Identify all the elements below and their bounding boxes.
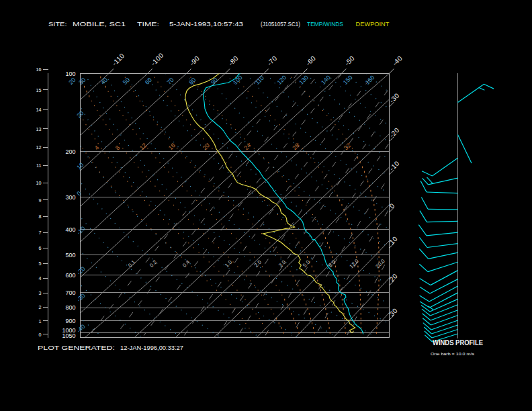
svg-text:13: 13	[36, 126, 42, 132]
svg-text:12: 12	[36, 144, 42, 150]
svg-text:2: 2	[39, 304, 42, 310]
svg-text:(J1051057.SC1): (J1051057.SC1)	[261, 20, 300, 28]
svg-text:One barb = 10.0 m/s: One barb = 10.0 m/s	[431, 352, 474, 356]
svg-text:WINDS PROFILE: WINDS PROFILE	[433, 339, 483, 347]
svg-text:16: 16	[36, 66, 42, 73]
svg-text:PLOT GENERATED:: PLOT GENERATED:	[38, 344, 115, 351]
svg-text:11: 11	[36, 163, 41, 169]
svg-text:12-JAN-1996,00:33:27: 12-JAN-1996,00:33:27	[120, 344, 183, 351]
svg-text:14: 14	[36, 107, 42, 113]
svg-text:700: 700	[65, 289, 75, 296]
svg-text:4: 4	[39, 275, 42, 281]
svg-text:10: 10	[36, 180, 42, 186]
svg-text:5: 5	[39, 261, 42, 267]
svg-text:400: 400	[65, 226, 75, 233]
svg-text:800: 800	[65, 304, 75, 311]
svg-text:7: 7	[39, 230, 42, 236]
svg-text:1050: 1050	[62, 332, 75, 339]
svg-text:1: 1	[39, 318, 42, 324]
svg-text:DEWPOINT: DEWPOINT	[356, 20, 390, 28]
svg-text:500: 500	[65, 252, 75, 259]
svg-text:600: 600	[65, 272, 75, 279]
svg-text:15: 15	[36, 87, 42, 93]
svg-text:MOBILE, SC1: MOBILE, SC1	[73, 20, 126, 28]
svg-text:100: 100	[65, 71, 75, 77]
svg-text:8: 8	[39, 214, 42, 220]
svg-text:6: 6	[39, 245, 42, 251]
svg-text:9: 9	[39, 197, 42, 203]
svg-text:TIME:: TIME:	[137, 20, 159, 28]
svg-text:900: 900	[65, 318, 75, 324]
svg-text:0: 0	[39, 332, 42, 338]
svg-text:3: 3	[39, 290, 42, 296]
svg-text:300: 300	[65, 194, 75, 201]
svg-text:5-JAN-1993,10:57:43: 5-JAN-1993,10:57:43	[169, 20, 243, 28]
svg-text:TEMP/WINDS: TEMP/WINDS	[307, 20, 343, 28]
svg-text:200: 200	[65, 148, 75, 155]
svg-text:SITE:: SITE:	[48, 20, 67, 28]
